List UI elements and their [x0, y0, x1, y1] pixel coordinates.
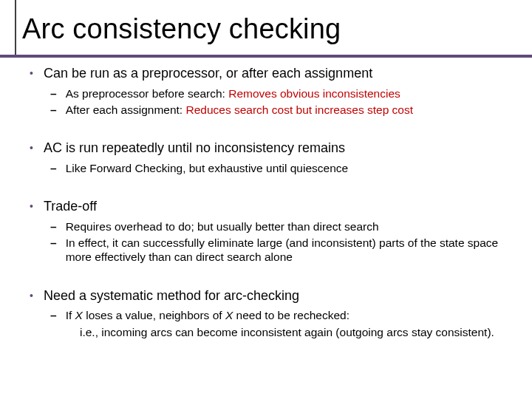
bullet-2: • AC is run repeatedly until no inconsis… — [30, 140, 517, 157]
sub-text-var: X — [75, 309, 83, 321]
bullet-text: Can be run as a preprocessor, or after e… — [44, 65, 372, 82]
dash-icon: – — [50, 308, 57, 322]
dash-icon: – — [50, 161, 57, 175]
sub-text: After each assignment: Reduces search co… — [66, 103, 413, 117]
bullet-1: • Can be run as a preprocessor, or after… — [30, 65, 517, 82]
sub-text-emphasis: Reduces search cost but increases step c… — [185, 103, 413, 116]
dash-icon: – — [50, 103, 57, 117]
sub-bullet: – As preprocessor before search: Removes… — [50, 86, 517, 100]
bullet-3: • Trade-off — [30, 198, 517, 215]
bullet-icon: • — [30, 65, 33, 82]
slide-body: • Can be run as a preprocessor, or after… — [30, 65, 517, 339]
slide-title: Arc consistency checking — [22, 13, 341, 45]
title-underline — [0, 55, 532, 58]
sub-text-plain: need to be rechecked: — [233, 309, 349, 321]
sub-text-plain: If — [66, 309, 75, 321]
sub-text: Like Forward Checking, but exhaustive un… — [66, 161, 349, 175]
sub-text-emphasis: Removes obvious inconsistencies — [228, 87, 400, 100]
dash-icon: – — [50, 86, 57, 100]
sub-bullet: – Requires overhead to do; but usually b… — [50, 219, 517, 233]
sub-bullet: – Like Forward Checking, but exhaustive … — [50, 161, 517, 175]
sub-bullet-continuation: i.e., incoming arcs can become inconsist… — [80, 325, 517, 339]
dash-icon: – — [50, 236, 57, 265]
sub-text: If X loses a value, neighbors of X need … — [66, 308, 349, 322]
sub-bullet: – In effect, it can successfully elimina… — [50, 236, 517, 265]
bullet-icon: • — [30, 198, 33, 215]
bullet-text: Trade-off — [44, 198, 97, 215]
bullet-text: AC is run repeatedly until no inconsiste… — [44, 140, 345, 157]
sub-text-plain: As preprocessor before search: — [66, 87, 229, 100]
sub-bullet: – After each assignment: Reduces search … — [50, 103, 517, 117]
dash-icon: – — [50, 219, 57, 233]
bullet-text: Need a systematic method for arc-checkin… — [44, 287, 299, 304]
title-vertical-rule — [15, 0, 16, 58]
sub-bullet: – If X loses a value, neighbors of X nee… — [50, 308, 517, 322]
bullet-icon: • — [30, 287, 33, 304]
bullet-4: • Need a systematic method for arc-check… — [30, 287, 517, 304]
sub-text: Requires overhead to do; but usually bet… — [66, 219, 379, 233]
sub-text: As preprocessor before search: Removes o… — [66, 86, 400, 100]
bullet-icon: • — [30, 140, 33, 157]
sub-text: In effect, it can successfully eliminate… — [66, 236, 517, 265]
sub-text-plain: loses a value, neighbors of — [83, 309, 225, 321]
sub-text-var: X — [225, 309, 233, 321]
sub-text-plain: After each assignment: — [66, 103, 186, 116]
